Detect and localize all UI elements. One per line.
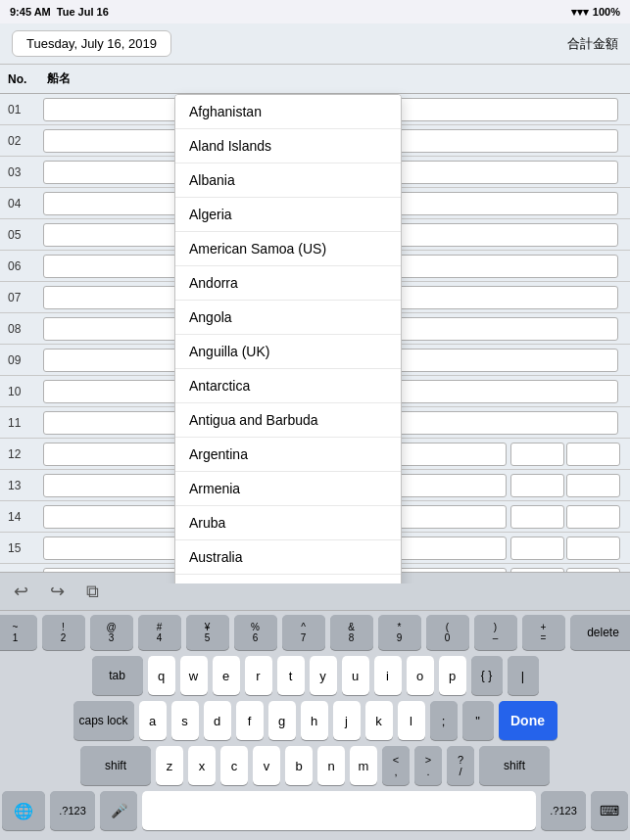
- dropdown-item[interactable]: Afghanistan: [175, 95, 401, 129]
- undo-button[interactable]: ↩: [10, 579, 32, 604]
- row-number: 01: [8, 103, 43, 117]
- space-key[interactable]: [142, 791, 536, 830]
- row-qty-input[interactable]: [510, 505, 564, 529]
- key-plus-eq[interactable]: +=: [522, 615, 565, 650]
- key-c[interactable]: c: [220, 746, 248, 785]
- key-caret-7[interactable]: ^7: [282, 615, 325, 650]
- row-number: 03: [8, 165, 43, 179]
- row-extra-input[interactable]: [566, 537, 620, 560]
- dropdown-item[interactable]: Angola: [175, 301, 401, 335]
- key-tilde-1[interactable]: ~1: [0, 615, 37, 650]
- num-row: ~1 !2 @3 #4 ¥5 %6 ^7 &8 *9 (0 )– += dele…: [2, 615, 628, 650]
- dropdown-item[interactable]: Algeria: [175, 198, 401, 232]
- row-number: 12: [8, 447, 43, 461]
- key-w[interactable]: w: [180, 656, 208, 695]
- row-number: 06: [8, 259, 43, 273]
- asdf-row: caps lock a s d f g h j k l ; " Done: [2, 701, 628, 740]
- key-f[interactable]: f: [236, 701, 264, 740]
- key-d[interactable]: d: [204, 701, 231, 740]
- tab-key[interactable]: tab: [92, 656, 143, 695]
- key-x[interactable]: x: [188, 746, 216, 785]
- row-number: 04: [8, 197, 43, 210]
- key-slash-question[interactable]: ?/: [447, 746, 474, 785]
- key-j[interactable]: j: [333, 701, 361, 740]
- key-k[interactable]: k: [365, 701, 393, 740]
- dropdown-item[interactable]: Albania: [175, 163, 401, 198]
- key-s[interactable]: s: [171, 701, 199, 740]
- key-lt-comma[interactable]: <,: [382, 746, 410, 785]
- bottom-row: 🌐 .?123 🎤 .?123 ⌨: [2, 791, 628, 830]
- done-key[interactable]: Done: [499, 701, 557, 740]
- row-extra-input[interactable]: [566, 474, 620, 497]
- date-button[interactable]: Tuesday, July 16, 2019: [12, 30, 171, 57]
- key-u[interactable]: u: [342, 656, 369, 695]
- globe-key[interactable]: 🌐: [2, 791, 45, 830]
- key-star-9[interactable]: *9: [378, 615, 421, 650]
- key-r[interactable]: r: [245, 656, 272, 695]
- caps-lock-key[interactable]: caps lock: [73, 701, 134, 740]
- key-g[interactable]: g: [268, 701, 296, 740]
- key-y[interactable]: y: [310, 656, 337, 695]
- key-e[interactable]: e: [213, 656, 240, 695]
- dropdown-item[interactable]: Andorra: [175, 266, 401, 301]
- key-m[interactable]: m: [350, 746, 377, 785]
- row-qty-input[interactable]: [510, 474, 564, 497]
- key-n[interactable]: n: [317, 746, 345, 785]
- num-right-key[interactable]: .?123: [541, 791, 586, 830]
- key-semicolon[interactable]: ;: [430, 701, 458, 740]
- key-bang-2[interactable]: !2: [42, 615, 85, 650]
- shift-left-key[interactable]: shift: [80, 746, 151, 785]
- dropdown-item[interactable]: Aland Islands: [175, 129, 401, 163]
- col-name: 船名: [43, 70, 622, 87]
- row-extra-input[interactable]: [566, 443, 620, 466]
- dropdown-item[interactable]: Aruba: [175, 506, 401, 540]
- status-time: 9:45 AM: [10, 6, 51, 18]
- dropdown-item[interactable]: Austria: [175, 575, 401, 583]
- total-label: 合計金額: [567, 35, 618, 53]
- col-no: No.: [8, 72, 43, 86]
- key-yen-5[interactable]: ¥5: [186, 615, 229, 650]
- key-z[interactable]: z: [156, 746, 183, 785]
- dropdown-item[interactable]: Antigua and Barbuda: [175, 403, 401, 438]
- key-o[interactable]: o: [407, 656, 434, 695]
- key-gt-period[interactable]: >.: [414, 746, 442, 785]
- dropdown-item[interactable]: American Samoa (US): [175, 232, 401, 266]
- delete-key[interactable]: delete: [570, 615, 631, 650]
- num-left-key[interactable]: .?123: [50, 791, 95, 830]
- key-amp-8[interactable]: &8: [330, 615, 373, 650]
- row-extra-input[interactable]: [566, 505, 620, 529]
- row-qty-input[interactable]: [510, 537, 564, 560]
- shift-right-key[interactable]: shift: [479, 746, 550, 785]
- key-h[interactable]: h: [301, 701, 328, 740]
- key-lparen-0[interactable]: (0: [426, 615, 469, 650]
- header-bar: Tuesday, July 16, 2019 合計金額: [0, 23, 630, 65]
- row-number: 15: [8, 541, 43, 555]
- redo-button[interactable]: ↪: [46, 579, 69, 604]
- key-pct-6[interactable]: %6: [234, 615, 277, 650]
- key-a[interactable]: a: [139, 701, 167, 740]
- key-brace[interactable]: { }: [471, 656, 503, 695]
- country-dropdown[interactable]: AfghanistanAland IslandsAlbaniaAlgeriaAm…: [174, 94, 402, 583]
- key-b[interactable]: b: [285, 746, 313, 785]
- dropdown-item[interactable]: Armenia: [175, 472, 401, 506]
- keyboard-key[interactable]: ⌨: [591, 791, 628, 830]
- row-qty-input[interactable]: [510, 443, 564, 466]
- dropdown-item[interactable]: Australia: [175, 540, 401, 575]
- key-v[interactable]: v: [253, 746, 280, 785]
- mic-key[interactable]: 🎤: [100, 791, 137, 830]
- dropdown-item[interactable]: Argentina: [175, 438, 401, 472]
- key-quote[interactable]: ": [462, 701, 494, 740]
- key-at-3[interactable]: @3: [90, 615, 133, 650]
- dropdown-item[interactable]: Anguilla (UK): [175, 335, 401, 369]
- key-q[interactable]: q: [148, 656, 175, 695]
- key-rparen-dash[interactable]: )–: [474, 615, 517, 650]
- key-backslash[interactable]: |: [508, 656, 539, 695]
- key-t[interactable]: t: [277, 656, 305, 695]
- key-p[interactable]: p: [439, 656, 466, 695]
- key-l[interactable]: l: [398, 701, 425, 740]
- table-header: No. 船名: [0, 65, 630, 94]
- key-hash-4[interactable]: #4: [138, 615, 181, 650]
- copy-button[interactable]: ⧉: [82, 580, 103, 604]
- key-i[interactable]: i: [374, 656, 402, 695]
- dropdown-item[interactable]: Antarctica: [175, 369, 401, 403]
